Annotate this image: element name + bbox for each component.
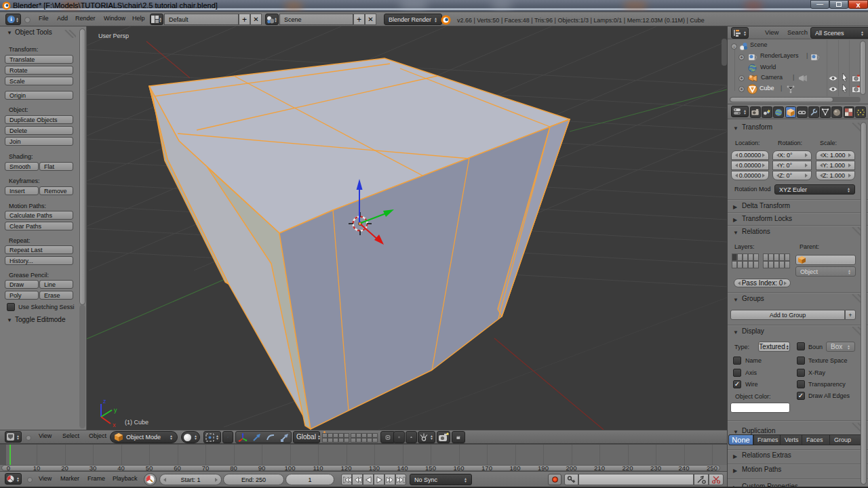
svg-text:x: x: [113, 422, 116, 428]
svg-text:z: z: [103, 398, 106, 405]
svg-text:y: y: [114, 407, 117, 413]
